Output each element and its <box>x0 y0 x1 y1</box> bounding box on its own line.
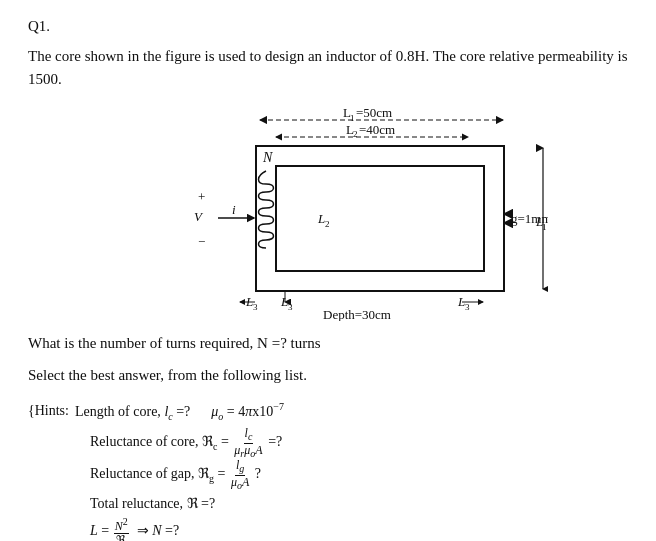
svg-text:Depth=30cm: Depth=30cm <box>323 307 391 321</box>
svg-text:L: L <box>280 294 288 309</box>
question-1: What is the number of turns required, N … <box>28 331 628 356</box>
inductor-figure: L 1 =50cm L 2 =40cm i + V − N L 2 <box>168 106 548 321</box>
hint1-content: Length of core, lc =? μo = 4πx10−7 <box>75 398 284 425</box>
hints-block: {Hints: Length of core, lc =? μo = 4πx10… <box>28 398 628 541</box>
svg-text:i: i <box>232 202 236 217</box>
svg-text:+: + <box>198 189 205 204</box>
problem-statement: The core shown in the figure is used to … <box>28 45 628 92</box>
question-label: Q1. <box>28 18 628 35</box>
svg-text:3: 3 <box>288 302 293 312</box>
svg-text:=40cm: =40cm <box>359 122 395 137</box>
svg-rect-7 <box>256 146 504 291</box>
hint4-line: Total reluctance, ℜ =? <box>90 491 628 516</box>
hints-label: {Hints: <box>28 398 69 423</box>
figure-area: L 1 =50cm L 2 =40cm i + V − N L 2 <box>168 106 548 321</box>
svg-rect-8 <box>276 166 484 271</box>
svg-text:N: N <box>262 150 273 165</box>
hint5-line: L = N2 ℜ ⇒ N =? <box>90 516 628 541</box>
svg-text:=50cm: =50cm <box>356 106 392 120</box>
svg-text:V: V <box>194 209 204 224</box>
svg-text:2: 2 <box>325 219 330 229</box>
hint2-line: Reluctance of core, ℜc = lc μrμoA =? <box>90 427 628 459</box>
svg-text:3: 3 <box>253 302 258 312</box>
svg-text:−: − <box>198 234 205 249</box>
svg-text:L: L <box>317 211 325 226</box>
question-2: Select the best answer, from the followi… <box>28 363 628 388</box>
hint3-line: Reluctance of gap, ℜg = lg μoA ? <box>90 459 628 491</box>
svg-text:2: 2 <box>353 129 358 139</box>
svg-text:3: 3 <box>465 302 470 312</box>
